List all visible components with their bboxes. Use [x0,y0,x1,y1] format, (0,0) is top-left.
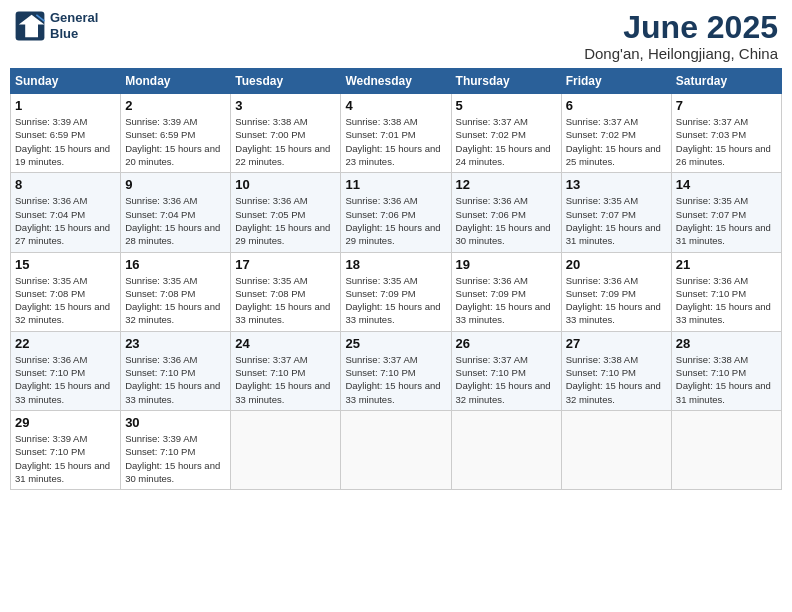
table-row: 6Sunrise: 3:37 AMSunset: 7:02 PMDaylight… [561,94,671,173]
day-number: 30 [125,415,226,430]
day-number: 4 [345,98,446,113]
day-number: 24 [235,336,336,351]
title-block: June 2025 Dong'an, Heilongjiang, China [584,10,778,62]
day-info: Sunrise: 3:36 AMSunset: 7:09 PMDaylight:… [456,275,551,326]
day-info: Sunrise: 3:37 AMSunset: 7:03 PMDaylight:… [676,116,771,167]
day-number: 22 [15,336,116,351]
day-number: 19 [456,257,557,272]
day-number: 7 [676,98,777,113]
logo-line1: General [50,10,98,26]
logo-text: General Blue [50,10,98,41]
day-number: 6 [566,98,667,113]
day-number: 17 [235,257,336,272]
day-number: 29 [15,415,116,430]
day-info: Sunrise: 3:36 AMSunset: 7:05 PMDaylight:… [235,195,330,246]
day-number: 1 [15,98,116,113]
table-row: 21Sunrise: 3:36 AMSunset: 7:10 PMDayligh… [671,252,781,331]
col-saturday: Saturday [671,69,781,94]
table-row: 5Sunrise: 3:37 AMSunset: 7:02 PMDaylight… [451,94,561,173]
table-row: 1Sunrise: 3:39 AMSunset: 6:59 PMDaylight… [11,94,121,173]
table-row: 22Sunrise: 3:36 AMSunset: 7:10 PMDayligh… [11,331,121,410]
page-header: General Blue June 2025 Dong'an, Heilongj… [10,10,782,62]
table-row: 17Sunrise: 3:35 AMSunset: 7:08 PMDayligh… [231,252,341,331]
table-row: 7Sunrise: 3:37 AMSunset: 7:03 PMDaylight… [671,94,781,173]
day-number: 14 [676,177,777,192]
day-info: Sunrise: 3:36 AMSunset: 7:10 PMDaylight:… [676,275,771,326]
day-number: 10 [235,177,336,192]
day-info: Sunrise: 3:35 AMSunset: 7:07 PMDaylight:… [676,195,771,246]
day-info: Sunrise: 3:38 AMSunset: 7:10 PMDaylight:… [676,354,771,405]
table-row [451,410,561,489]
table-row: 28Sunrise: 3:38 AMSunset: 7:10 PMDayligh… [671,331,781,410]
day-number: 26 [456,336,557,351]
day-info: Sunrise: 3:35 AMSunset: 7:08 PMDaylight:… [235,275,330,326]
table-row [561,410,671,489]
calendar-week-4: 22Sunrise: 3:36 AMSunset: 7:10 PMDayligh… [11,331,782,410]
col-thursday: Thursday [451,69,561,94]
day-number: 16 [125,257,226,272]
table-row: 18Sunrise: 3:35 AMSunset: 7:09 PMDayligh… [341,252,451,331]
day-info: Sunrise: 3:39 AMSunset: 6:59 PMDaylight:… [15,116,110,167]
table-row: 3Sunrise: 3:38 AMSunset: 7:00 PMDaylight… [231,94,341,173]
calendar-week-3: 15Sunrise: 3:35 AMSunset: 7:08 PMDayligh… [11,252,782,331]
day-info: Sunrise: 3:38 AMSunset: 7:01 PMDaylight:… [345,116,440,167]
day-info: Sunrise: 3:35 AMSunset: 7:08 PMDaylight:… [125,275,220,326]
table-row: 26Sunrise: 3:37 AMSunset: 7:10 PMDayligh… [451,331,561,410]
table-row: 2Sunrise: 3:39 AMSunset: 6:59 PMDaylight… [121,94,231,173]
col-wednesday: Wednesday [341,69,451,94]
table-row: 25Sunrise: 3:37 AMSunset: 7:10 PMDayligh… [341,331,451,410]
col-tuesday: Tuesday [231,69,341,94]
day-info: Sunrise: 3:36 AMSunset: 7:06 PMDaylight:… [456,195,551,246]
table-row: 15Sunrise: 3:35 AMSunset: 7:08 PMDayligh… [11,252,121,331]
day-info: Sunrise: 3:37 AMSunset: 7:10 PMDaylight:… [235,354,330,405]
table-row: 12Sunrise: 3:36 AMSunset: 7:06 PMDayligh… [451,173,561,252]
col-monday: Monday [121,69,231,94]
day-number: 25 [345,336,446,351]
day-info: Sunrise: 3:36 AMSunset: 7:09 PMDaylight:… [566,275,661,326]
table-row: 27Sunrise: 3:38 AMSunset: 7:10 PMDayligh… [561,331,671,410]
day-number: 2 [125,98,226,113]
day-info: Sunrise: 3:37 AMSunset: 7:02 PMDaylight:… [566,116,661,167]
logo-icon [14,10,46,42]
day-info: Sunrise: 3:37 AMSunset: 7:10 PMDaylight:… [456,354,551,405]
table-row: 20Sunrise: 3:36 AMSunset: 7:09 PMDayligh… [561,252,671,331]
day-info: Sunrise: 3:39 AMSunset: 7:10 PMDaylight:… [125,433,220,484]
logo-line2: Blue [50,26,98,42]
table-row: 14Sunrise: 3:35 AMSunset: 7:07 PMDayligh… [671,173,781,252]
table-row: 29Sunrise: 3:39 AMSunset: 7:10 PMDayligh… [11,410,121,489]
col-friday: Friday [561,69,671,94]
day-number: 23 [125,336,226,351]
location-title: Dong'an, Heilongjiang, China [584,45,778,62]
day-info: Sunrise: 3:35 AMSunset: 7:09 PMDaylight:… [345,275,440,326]
day-number: 18 [345,257,446,272]
table-row [341,410,451,489]
table-row: 8Sunrise: 3:36 AMSunset: 7:04 PMDaylight… [11,173,121,252]
day-number: 15 [15,257,116,272]
day-number: 13 [566,177,667,192]
day-number: 8 [15,177,116,192]
day-info: Sunrise: 3:35 AMSunset: 7:07 PMDaylight:… [566,195,661,246]
table-row: 16Sunrise: 3:35 AMSunset: 7:08 PMDayligh… [121,252,231,331]
day-number: 3 [235,98,336,113]
day-info: Sunrise: 3:36 AMSunset: 7:10 PMDaylight:… [125,354,220,405]
day-number: 21 [676,257,777,272]
day-number: 11 [345,177,446,192]
table-row: 19Sunrise: 3:36 AMSunset: 7:09 PMDayligh… [451,252,561,331]
day-info: Sunrise: 3:38 AMSunset: 7:10 PMDaylight:… [566,354,661,405]
table-row: 10Sunrise: 3:36 AMSunset: 7:05 PMDayligh… [231,173,341,252]
day-number: 12 [456,177,557,192]
day-info: Sunrise: 3:39 AMSunset: 6:59 PMDaylight:… [125,116,220,167]
table-row: 13Sunrise: 3:35 AMSunset: 7:07 PMDayligh… [561,173,671,252]
day-number: 28 [676,336,777,351]
calendar-week-5: 29Sunrise: 3:39 AMSunset: 7:10 PMDayligh… [11,410,782,489]
calendar-week-1: 1Sunrise: 3:39 AMSunset: 6:59 PMDaylight… [11,94,782,173]
table-row: 24Sunrise: 3:37 AMSunset: 7:10 PMDayligh… [231,331,341,410]
day-info: Sunrise: 3:36 AMSunset: 7:04 PMDaylight:… [15,195,110,246]
table-row: 9Sunrise: 3:36 AMSunset: 7:04 PMDaylight… [121,173,231,252]
table-row: 23Sunrise: 3:36 AMSunset: 7:10 PMDayligh… [121,331,231,410]
month-title: June 2025 [584,10,778,45]
day-info: Sunrise: 3:36 AMSunset: 7:06 PMDaylight:… [345,195,440,246]
table-row: 11Sunrise: 3:36 AMSunset: 7:06 PMDayligh… [341,173,451,252]
day-info: Sunrise: 3:37 AMSunset: 7:10 PMDaylight:… [345,354,440,405]
table-row [671,410,781,489]
